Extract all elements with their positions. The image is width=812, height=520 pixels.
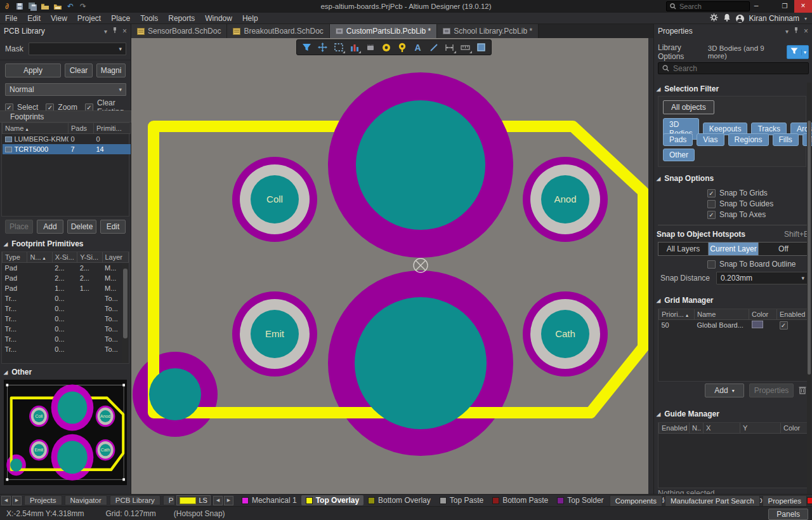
primitive-row[interactable]: Tr...0...To... <box>3 293 129 303</box>
properties-scrollbar[interactable] <box>807 83 811 494</box>
layer-tab-top-overlay[interactable]: Top Overlay <box>301 495 363 505</box>
layer-tab-bottom-overlay[interactable]: Bottom Overlay <box>363 495 435 505</box>
magnify-button[interactable]: Magni <box>96 63 126 77</box>
primitive-row[interactable]: Tr...0...To... <box>3 314 129 324</box>
panel-tab-projects[interactable]: Projects <box>24 495 62 505</box>
layer-tabs-scroll-left-icon[interactable]: ◀ <box>213 496 223 505</box>
global-search-input[interactable] <box>679 3 743 10</box>
primitive-row[interactable]: Tr...0...To... <box>3 334 129 344</box>
guide-col-name[interactable]: N.. <box>690 423 704 434</box>
settings-gear-icon[interactable] <box>710 13 718 23</box>
select-area-icon[interactable] <box>331 41 346 54</box>
snap-to-axes-checkbox[interactable] <box>707 211 716 219</box>
layer-tabs-scroll-right-icon[interactable]: ▶ <box>224 496 233 505</box>
primitive-row[interactable]: Tr...0...To... <box>3 303 129 314</box>
pcb-editor-canvas[interactable]: Coll Anod Emit Cath <box>131 38 648 494</box>
panel-dropdown-icon[interactable]: ▾ <box>104 28 107 35</box>
tab-sensorboard[interactable]: SensorBoard.SchDoc <box>131 24 227 38</box>
filter-chip-pads[interactable]: Pads <box>663 133 693 146</box>
pad-icon[interactable] <box>379 41 393 54</box>
properties-search[interactable] <box>658 62 809 74</box>
panel-tab-pcb-library[interactable]: PCB Library <box>110 495 160 505</box>
primitive-row[interactable]: Tr...0...To... <box>3 344 129 354</box>
footprint-row-selected[interactable]: TCRT5000 7 14 <box>3 144 131 154</box>
properties-search-input[interactable] <box>673 64 787 73</box>
filter-chip-other[interactable]: Other <box>663 149 695 161</box>
grid-properties-button[interactable]: Properties <box>749 383 794 397</box>
selection-filter-section-header[interactable]: ◢ Selection Filter <box>657 84 719 93</box>
grid-col-priority[interactable]: Priori... ▴ <box>659 309 695 320</box>
filter-chip-fills[interactable]: Fills <box>773 133 799 146</box>
global-search[interactable] <box>666 1 750 11</box>
place-button[interactable]: Place <box>5 220 33 234</box>
filter-chip-vias[interactable]: Vias <box>697 133 724 146</box>
segment-current-layer[interactable]: Current Layer <box>709 243 759 255</box>
footprint-primitives-section-header[interactable]: ◢ Footprint Primitives <box>0 239 131 248</box>
clear-button[interactable]: Clear <box>65 63 93 77</box>
line-icon[interactable] <box>426 41 441 54</box>
grid-row[interactable]: 50 Global Board... <box>659 320 810 331</box>
object-filter-button[interactable]: ▾ <box>787 45 809 59</box>
pad-stack-icon[interactable] <box>347 41 362 54</box>
apply-button[interactable]: Apply <box>5 63 61 77</box>
snap-to-board-outline-checkbox[interactable] <box>707 260 716 269</box>
guide-col-x[interactable]: X <box>704 423 740 434</box>
pad-emitter[interactable]: Emit <box>232 291 317 377</box>
prim-col-name[interactable]: N... ▴ <box>27 252 52 263</box>
fp-col-primitives[interactable]: Primiti... <box>94 123 131 134</box>
panel-close-icon[interactable]: × <box>804 27 808 36</box>
primitives-scrollbar[interactable] <box>122 263 128 363</box>
prim-col-type[interactable]: Type <box>3 252 27 263</box>
grid-col-name[interactable]: Name <box>695 309 749 320</box>
tab-properties[interactable]: Properties <box>763 495 807 506</box>
menu-window[interactable]: Window <box>200 13 237 24</box>
layer-tab-mechanical-1[interactable]: Mechanical 1 <box>237 495 301 505</box>
grid-manager-section-header[interactable]: ◢ Grid Manager <box>657 296 714 305</box>
panels-button[interactable]: Panels <box>768 509 808 520</box>
user-avatar[interactable] <box>736 15 744 23</box>
notifications-bell-icon[interactable] <box>723 13 731 23</box>
pad-cathode[interactable]: Cath <box>523 291 608 377</box>
snap-distance-dropdown[interactable]: 0.203mm ▾ <box>716 272 809 284</box>
panel-tabs-scroll-right-icon[interactable]: ▶ <box>12 496 22 505</box>
pad-anode[interactable]: Anod <box>523 157 608 242</box>
panel-tabs-scroll-left-icon[interactable]: ◀ <box>1 496 11 505</box>
add-footprint-button[interactable]: Add <box>37 220 63 234</box>
grid-add-button[interactable]: Add▾ <box>705 383 744 397</box>
dimension-icon[interactable] <box>442 41 457 54</box>
move-icon[interactable] <box>315 41 330 54</box>
maximize-button[interactable]: ❐ <box>775 0 794 13</box>
user-menu-caret-icon[interactable]: ▾ <box>804 16 807 22</box>
primitive-row[interactable]: Pad2...2...M... <box>3 263 129 273</box>
snap-to-grids-checkbox[interactable] <box>707 189 716 197</box>
snap-options-section-header[interactable]: ◢ Snap Options <box>657 174 714 183</box>
component-icon[interactable] <box>363 41 377 54</box>
panel-pin-icon[interactable] <box>794 27 799 35</box>
mode-dropdown[interactable]: Normal ▾ <box>5 83 126 96</box>
menu-help[interactable]: Help <box>237 13 263 24</box>
grid-col-enabled[interactable]: Enabled <box>777 309 810 320</box>
prim-col-layer[interactable]: Layer <box>102 252 129 263</box>
grid-color-swatch[interactable] <box>752 321 763 328</box>
measure-icon[interactable] <box>458 41 473 54</box>
tab-school-library[interactable]: School Library.PcbLib * <box>437 24 539 38</box>
guide-manager-section-header[interactable]: ◢ Guide Manager <box>657 410 719 418</box>
mask-dropdown[interactable]: ▾ <box>29 43 126 55</box>
tab-components[interactable]: Components <box>610 495 662 506</box>
primitive-row[interactable]: Pad1...1...M... <box>3 283 129 293</box>
menu-file[interactable]: File <box>0 13 22 24</box>
fp-col-pads[interactable]: Pads <box>69 123 94 134</box>
pad-collector[interactable]: Coll <box>232 157 317 242</box>
snap-to-guides-checkbox[interactable] <box>707 200 716 208</box>
fp-col-name[interactable]: Name ▴ <box>3 123 69 134</box>
grid-delete-trash-icon[interactable] <box>799 385 806 396</box>
guide-col-y[interactable]: Y <box>740 423 781 434</box>
prim-col-ysize[interactable]: Y-Si... <box>77 252 102 263</box>
menu-tools[interactable]: Tools <box>135 13 163 24</box>
panel-close-icon[interactable]: × <box>122 27 127 36</box>
primitive-row[interactable]: Tr...0...To... <box>3 324 129 334</box>
layer-tab-top-solder[interactable]: Top Solder <box>553 495 608 505</box>
minimize-button[interactable]: – <box>743 0 769 13</box>
segment-off[interactable]: Off <box>759 243 808 255</box>
grid-enabled-checkbox[interactable] <box>780 321 788 330</box>
